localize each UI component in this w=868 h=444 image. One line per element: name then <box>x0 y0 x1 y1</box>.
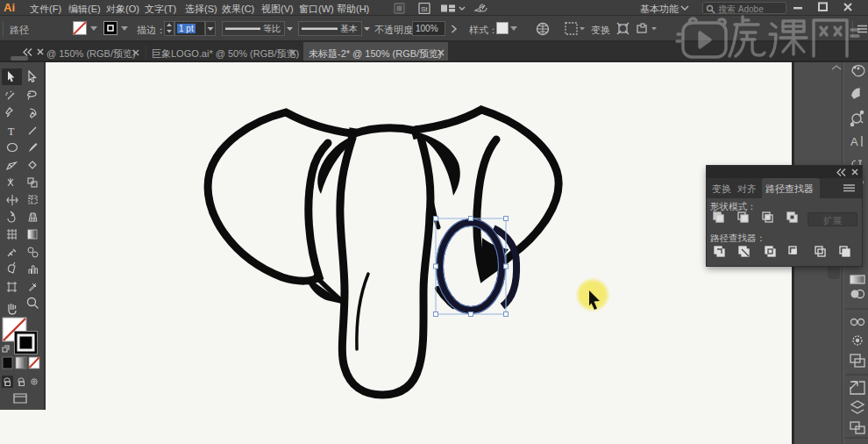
svg-text:基本: 基本 <box>340 24 358 33</box>
svg-text:St: St <box>421 5 428 13</box>
svg-text:T: T <box>8 125 15 138</box>
svg-text:A: A <box>850 135 858 148</box>
svg-text:等比: 等比 <box>263 24 281 33</box>
